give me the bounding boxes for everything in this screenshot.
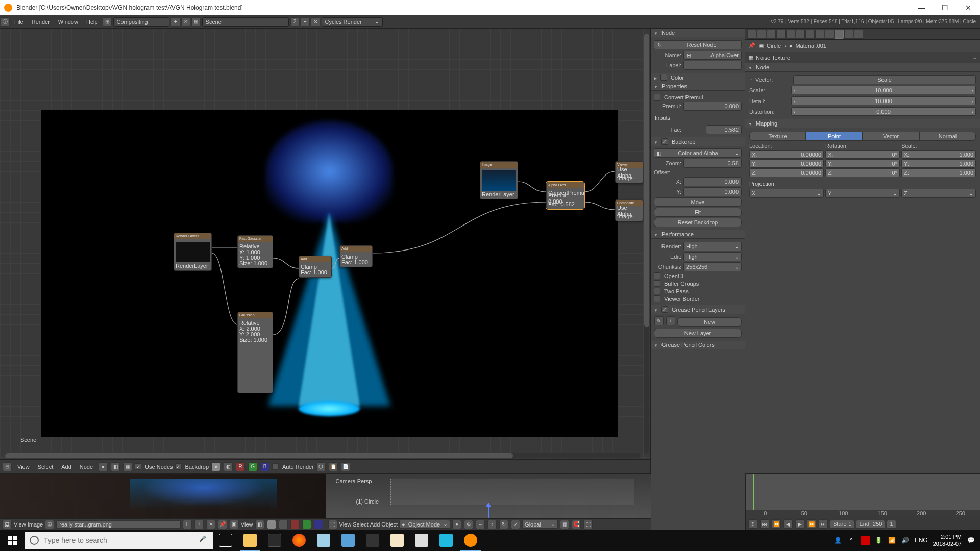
- taskbar-app1[interactable]: [336, 530, 360, 551]
- menu-window[interactable]: Window: [54, 15, 82, 29]
- mic-icon[interactable]: 🎤: [199, 536, 208, 545]
- start-frame-field[interactable]: Start:1: [830, 520, 854, 529]
- node-mix-1[interactable]: Add ClampFac: 1.000: [299, 256, 332, 278]
- play-end-icon[interactable]: ⏭: [819, 519, 828, 529]
- tab-point[interactable]: Point: [806, 132, 863, 141]
- snap-icon[interactable]: ⬡: [316, 462, 326, 471]
- play-start-icon[interactable]: ⏮: [760, 519, 769, 529]
- tab-constraints-icon[interactable]: [796, 30, 805, 39]
- play-next-icon[interactable]: ⏩: [807, 519, 816, 529]
- premul-field[interactable]: 0.000: [683, 102, 742, 111]
- tab-render-layers-icon[interactable]: [757, 30, 766, 39]
- copy-nodes-icon[interactable]: 📋: [329, 462, 338, 471]
- close-button[interactable]: ✕: [957, 0, 980, 15]
- r-node-header[interactable]: Node: [745, 63, 980, 72]
- tree-type-shader-icon[interactable]: ●: [99, 462, 108, 471]
- tray-wifi-icon[interactable]: 📶: [888, 536, 896, 544]
- rot-y[interactable]: Y:0°: [825, 159, 900, 168]
- channel-green[interactable]: [302, 520, 311, 529]
- taskbar-firefox[interactable]: [287, 530, 311, 551]
- img-browse-icon[interactable]: ⊞: [45, 520, 54, 529]
- channels-icon[interactable]: ◧: [255, 520, 264, 529]
- gp-edit-icon[interactable]: ✎: [654, 316, 664, 325]
- scale-field[interactable]: ‹10.000›: [791, 86, 976, 94]
- taskbar-notepad[interactable]: [311, 530, 336, 551]
- backdrop-toggle[interactable]: [662, 138, 668, 145]
- snap-toggle-icon[interactable]: 🧲: [572, 520, 581, 529]
- tab-world-icon[interactable]: [776, 30, 786, 39]
- node-image[interactable]: Image RenderLayer: [480, 161, 518, 199]
- img-fake-user[interactable]: F: [183, 520, 192, 529]
- fac-field[interactable]: 0.582: [706, 125, 742, 134]
- panel-node-header[interactable]: Node: [651, 29, 745, 37]
- tab-object-icon[interactable]: [786, 30, 795, 39]
- menu-render[interactable]: Render: [28, 15, 54, 29]
- view3d[interactable]: Camera Persp (1) Circle ⬚ View Select Ad…: [326, 474, 651, 530]
- backdrop-check[interactable]: [175, 463, 182, 470]
- ne-menu-view[interactable]: View: [14, 464, 33, 470]
- move-button[interactable]: Move: [654, 197, 742, 207]
- panel-properties-header[interactable]: Properties: [651, 82, 745, 91]
- panel-performance-header[interactable]: Performance: [651, 230, 745, 239]
- taskbar-app2[interactable]: [360, 530, 385, 551]
- tray-people-icon[interactable]: 👤: [834, 536, 842, 544]
- loc-y[interactable]: Y:0.00000: [749, 159, 824, 168]
- offset-y-field[interactable]: 0.000: [683, 187, 742, 196]
- tray-notifications-icon[interactable]: 💬: [967, 536, 975, 544]
- node-scroll-v[interactable]: [644, 34, 649, 453]
- channel-r-icon[interactable]: R: [236, 462, 245, 471]
- tray-up-icon[interactable]: ^: [847, 536, 855, 544]
- current-frame-field[interactable]: 1: [887, 520, 896, 529]
- v3d-menu-add[interactable]: Add: [370, 521, 380, 528]
- tab-data-icon[interactable]: [815, 30, 824, 39]
- scene-users-icon[interactable]: 2: [290, 17, 300, 27]
- tray-volume-icon[interactable]: 🔊: [901, 536, 910, 544]
- render-engine-dropdown[interactable]: Cycles Render⌄: [322, 17, 383, 27]
- channel-blue[interactable]: [314, 520, 323, 529]
- task-view-button[interactable]: [213, 530, 238, 551]
- detail-field[interactable]: ‹10.000›: [791, 96, 976, 105]
- tab-render-icon[interactable]: [747, 30, 756, 39]
- img-menu-view2[interactable]: View: [241, 521, 253, 528]
- tray-battery-icon[interactable]: 🔋: [875, 536, 883, 544]
- ne-menu-select[interactable]: Select: [35, 464, 57, 470]
- channel-c[interactable]: [267, 520, 276, 529]
- opencl-check[interactable]: [654, 272, 660, 279]
- channel-b-icon[interactable]: B: [260, 462, 270, 471]
- manip-translate-icon[interactable]: ↕: [487, 520, 497, 529]
- end-frame-field[interactable]: End:250: [856, 520, 885, 529]
- mode-dropdown[interactable]: ●Object Mode⌄: [399, 520, 450, 529]
- tab-material-icon[interactable]: [825, 30, 834, 39]
- tab-scene-icon[interactable]: [767, 30, 776, 39]
- proj-y[interactable]: Y⌄: [825, 189, 900, 198]
- manip-rotate-icon[interactable]: ↻: [499, 520, 508, 529]
- v3d-menu-select[interactable]: Select: [353, 521, 369, 528]
- v3d-menu-object[interactable]: Object: [381, 521, 398, 528]
- manip-scale-icon[interactable]: ⤢: [511, 520, 520, 529]
- menu-help[interactable]: Help: [82, 15, 102, 29]
- panel-gp-colors-header[interactable]: Grease Pencil Colors: [651, 341, 745, 349]
- play-prev-icon[interactable]: ⏪: [772, 519, 781, 529]
- tab-vector[interactable]: Vector: [863, 132, 919, 141]
- node-viewer[interactable]: Viewer Use AlphaImage: [615, 161, 643, 183]
- scene-browse-icon[interactable]: ⊞: [191, 17, 201, 27]
- tab-particles-icon[interactable]: [844, 30, 853, 39]
- node-render-layers[interactable]: Render Layers RenderLayer: [174, 233, 212, 271]
- start-button[interactable]: [0, 530, 24, 551]
- channel-red[interactable]: [290, 520, 300, 529]
- play-icon[interactable]: ▶: [795, 519, 804, 529]
- taskbar-app3[interactable]: [409, 530, 434, 551]
- screen-browse-icon[interactable]: ⊞: [103, 17, 112, 27]
- gp-new-layer-button[interactable]: New Layer: [654, 329, 742, 338]
- taskbar-paint[interactable]: [385, 530, 409, 551]
- screen-layout-field[interactable]: Compositing: [113, 17, 169, 27]
- editor-type-icon[interactable]: ⓘ: [1, 17, 10, 27]
- node-composite[interactable]: Composite Use AlphaImage: [615, 199, 643, 221]
- scl-y[interactable]: Y:1.000: [901, 159, 976, 168]
- screen-add-icon[interactable]: +: [171, 17, 180, 27]
- node-blur-fast[interactable]: Fast Gaussian RelativeX: 1.000Y: 1.000Si…: [237, 235, 273, 268]
- taskbar-calculator[interactable]: [262, 530, 287, 551]
- pivot-icon[interactable]: ⊕: [464, 520, 473, 529]
- panel-gp-layers-header[interactable]: Grease Pencil Layers: [651, 305, 745, 314]
- tab-texture-icon[interactable]: [835, 30, 844, 39]
